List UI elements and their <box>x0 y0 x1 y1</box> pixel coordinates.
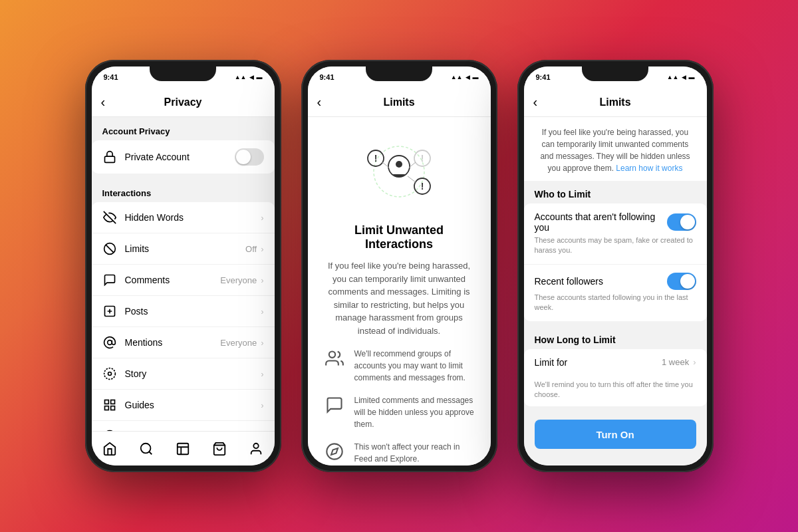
svg-point-7 <box>107 340 112 345</box>
back-button-1[interactable]: ‹ <box>101 94 106 110</box>
svg-text:!: ! <box>421 153 424 164</box>
limits-item[interactable]: Limits Off › <box>92 233 275 265</box>
svg-rect-10 <box>104 400 108 404</box>
feature-text-2: Limited comments and messages will be hi… <box>354 394 475 430</box>
limit-icon <box>102 241 117 256</box>
limits-features: We'll recommend groups of accounts you m… <box>308 348 491 466</box>
guides-item[interactable]: Guides › <box>92 390 275 421</box>
posts-chevron: › <box>261 307 263 317</box>
back-button-2[interactable]: ‹ <box>317 94 322 110</box>
nav-title-3: Limits <box>599 96 630 108</box>
home-nav[interactable] <box>96 436 123 462</box>
comments-item[interactable]: Comments Everyone › <box>92 265 275 296</box>
mentions-chevron: › <box>261 338 263 348</box>
status-icons-3: ▲▲ ◀ ▬ <box>667 74 695 80</box>
toggle-thumb <box>236 150 251 164</box>
privacy-screen: Account Privacy Private Account <box>92 117 275 431</box>
feature-text-1: We'll recommend groups of accounts you m… <box>354 348 475 384</box>
svg-line-3 <box>106 245 114 253</box>
interactions-list: Hidden Words › Limits Off › <box>92 202 275 431</box>
nav-header-3: ‹ Limits <box>524 88 707 117</box>
profile-nav[interactable] <box>243 436 269 462</box>
notch-1 <box>150 66 216 81</box>
guides-label: Guides <box>125 400 261 410</box>
limit-for-row[interactable]: Limit for 1 week › <box>524 349 707 376</box>
status-time-1: 9:41 <box>104 73 118 81</box>
svg-point-8 <box>104 368 115 380</box>
settings-description: If you feel like you're being harassed, … <box>524 117 707 181</box>
limits-chevron: › <box>261 244 263 254</box>
recent-followers-toggle[interactable] <box>667 273 696 290</box>
feature-text-3: This won't affect your reach in Feed and… <box>354 441 475 465</box>
hidden-words-chevron: › <box>261 213 263 223</box>
comments-value: Everyone <box>220 275 257 285</box>
posts-item[interactable]: Posts › <box>92 296 275 327</box>
notch-3 <box>582 66 648 81</box>
search-nav[interactable] <box>133 436 160 462</box>
how-long-title: How Long to Limit <box>524 327 707 349</box>
svg-point-9 <box>108 372 111 376</box>
limits-title: Limit Unwanted Interactions <box>308 223 491 259</box>
wifi-icon-2: ◀ <box>466 74 470 80</box>
status-time-3: 9:41 <box>536 73 551 81</box>
phone-1: 9:41 ▲▲ ◀ ▬ ‹ Privacy Account Privacy <box>85 60 281 472</box>
comment-icon <box>102 273 117 287</box>
posts-label: Posts <box>125 306 261 317</box>
status-bar-2: 9:41 ▲▲ ◀ ▬ <box>308 66 491 88</box>
feature-item-1: We'll recommend groups of accounts you m… <box>324 348 475 384</box>
nav-header-1: ‹ Privacy <box>92 88 275 117</box>
limit-for-value: 1 week <box>662 357 689 367</box>
turn-on-button[interactable]: Turn On <box>535 420 696 449</box>
feature-item-3: This won't affect your reach in Feed and… <box>324 441 475 465</box>
svg-marker-34 <box>331 448 338 455</box>
status-time-2: 9:41 <box>320 73 334 81</box>
lock-icon <box>102 150 117 164</box>
how-long-block: Limit for 1 week › We'll remind you to t… <box>524 349 707 407</box>
svg-rect-0 <box>104 156 114 162</box>
signal-icon: ▲▲ <box>235 74 247 80</box>
bag-nav[interactable] <box>206 436 233 462</box>
back-button-3[interactable]: ‹ <box>533 94 538 110</box>
svg-rect-11 <box>110 400 114 404</box>
signal-icon-3: ▲▲ <box>667 74 679 80</box>
story-label: Story <box>125 368 261 379</box>
svg-rect-12 <box>104 406 108 410</box>
notch-2 <box>366 66 432 81</box>
hidden-words-item[interactable]: Hidden Words › <box>92 202 275 233</box>
limits-description: If you feel like you're being harassed, … <box>308 259 491 348</box>
limits-svg: ! ! ! <box>356 133 442 213</box>
not-following-toggle-thumb <box>680 215 695 229</box>
private-account-item[interactable]: Private Account <box>92 140 275 174</box>
recent-followers-desc: These accounts started following you in … <box>535 293 696 313</box>
learn-more-link[interactable]: Learn how it works <box>616 164 682 173</box>
hidden-words-label: Hidden Words <box>125 212 261 223</box>
svg-point-19 <box>253 443 258 448</box>
not-following-item: Accounts that aren't following you These… <box>524 203 707 265</box>
status-bar-3: 9:41 ▲▲ ◀ ▬ <box>524 66 707 88</box>
not-following-toggle[interactable] <box>667 213 696 231</box>
wifi-icon-3: ◀ <box>682 74 686 80</box>
svg-line-31 <box>408 176 416 182</box>
signal-icon-2: ▲▲ <box>451 74 463 80</box>
battery-icon-2: ▬ <box>473 74 479 80</box>
story-item[interactable]: Story › <box>92 358 275 390</box>
svg-text:!: ! <box>421 181 424 192</box>
limits-settings-screen: If you feel like you're being harassed, … <box>524 117 707 466</box>
comments-chevron: › <box>261 275 263 285</box>
limits-intro-screen: ! ! ! Limit Unwanted Interactions If you… <box>308 117 491 466</box>
mentions-item[interactable]: Mentions Everyone › <box>92 327 275 358</box>
activity-status-item[interactable]: Activity Status › <box>92 421 275 431</box>
nav-title-1: Privacy <box>164 96 202 108</box>
mentions-value: Everyone <box>220 338 257 348</box>
wifi-icon: ◀ <box>249 74 254 80</box>
limits-value: Off <box>245 244 257 254</box>
svg-point-33 <box>327 444 342 459</box>
private-account-toggle[interactable] <box>235 148 264 166</box>
phone-3: 9:41 ▲▲ ◀ ▬ ‹ Limits If you feel like yo… <box>517 60 714 472</box>
battery-icon: ▬ <box>257 74 263 80</box>
nav-title-2: Limits <box>383 96 414 108</box>
status-bar-1: 9:41 ▲▲ ◀ ▬ <box>92 66 275 88</box>
shop-nav[interactable] <box>170 436 196 462</box>
recent-followers-item: Recent followers These accounts started … <box>524 265 707 321</box>
comment-hide-icon <box>324 394 345 416</box>
